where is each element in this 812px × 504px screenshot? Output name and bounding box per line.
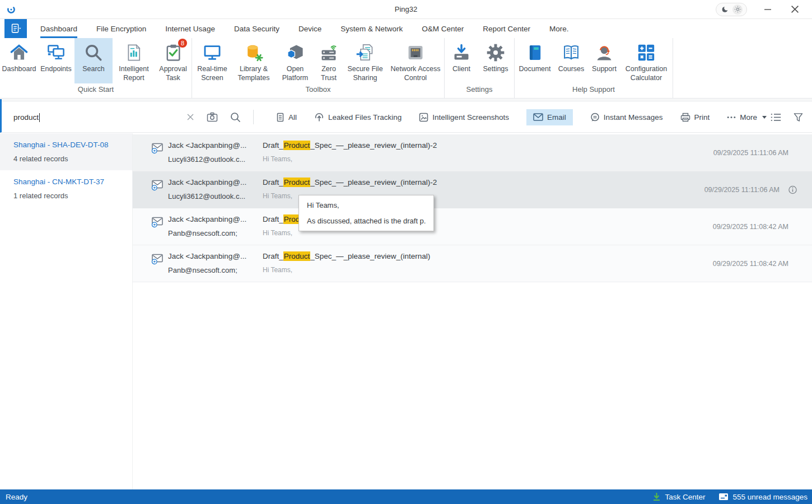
sent-mail-icon (151, 216, 164, 245)
tab-file-encryption[interactable]: File Encryption (96, 19, 146, 38)
monitors-icon (46, 42, 66, 63)
group-label-help-support: Help Support (515, 83, 672, 98)
status-bar: Ready Task Center 555 unread messages (0, 489, 812, 504)
email-row-3[interactable]: Jack <Jackpanbing@... Panb@nsecsoft.com;… (133, 208, 812, 245)
menu-bar: Dashboard File Encryption Internet Usage… (0, 19, 812, 38)
message-icon (718, 493, 729, 501)
ribbon-tabs: Dashboard File Encryption Internet Usage… (40, 19, 569, 38)
sidebar-item-device-2[interactable]: Shanghai - CN-MKT-DT-37 1 related record… (0, 170, 132, 207)
tab-device[interactable]: Device (298, 19, 321, 38)
filter-email[interactable]: Email (526, 109, 573, 125)
calculator-icon (637, 42, 656, 63)
email-recipient: Lucyli3612@outlook.c... (168, 192, 251, 200)
info-icon[interactable] (788, 186, 797, 194)
filter-funnel-icon[interactable] (794, 113, 803, 122)
group-label-quick-start: Quick Start (1, 83, 191, 98)
email-sender: Jack <Jackpanbing@... (168, 178, 251, 186)
ribbon-search-button[interactable]: Search (74, 38, 113, 83)
search-term-highlight: Product (283, 251, 311, 261)
app-menu-button[interactable] (4, 19, 27, 38)
search-icon[interactable] (230, 112, 241, 123)
tab-internet-usage[interactable]: Internet Usage (165, 19, 215, 38)
email-row-2[interactable]: Jack <Jackpanbing@... Lucyli3612@outlook… (133, 171, 812, 208)
filter-instant-messages[interactable]: Instant Messages (590, 113, 663, 122)
tab-om-center[interactable]: O&M Center (422, 19, 464, 38)
tab-more[interactable]: More. (549, 19, 569, 38)
email-row-1[interactable]: Jack <Jackpanbing@... Lucyli3612@outlook… (133, 134, 812, 171)
filter-leaked-files-tracking[interactable]: Leaked Files Tracking (314, 112, 402, 122)
ribbon-secure-file-sharing-button[interactable]: Secure File Sharing (343, 38, 388, 83)
chevron-down-icon (762, 116, 767, 119)
ribbon-settings-button[interactable]: Settings (478, 38, 514, 83)
ribbon-group-settings: Client Settings Settings (445, 38, 515, 98)
ribbon-realtime-screen-button[interactable]: Real-time Screen (193, 38, 232, 83)
search-toolbar: product All Leaked Files Tracking (0, 102, 812, 133)
view-controls (771, 113, 812, 122)
email-sender: Jack <Jackpanbing@... (168, 141, 251, 150)
gear-icon (486, 42, 505, 63)
tab-system-network[interactable]: System & Network (340, 19, 403, 38)
clear-search-icon[interactable] (186, 113, 194, 121)
email-recipient: Lucyli3612@outlook.c... (168, 155, 251, 164)
camera-search-icon[interactable] (207, 112, 218, 122)
tab-data-security[interactable]: Data Security (234, 19, 279, 38)
server-wifi-icon (319, 42, 338, 63)
documents-arrow-icon (356, 42, 375, 63)
window-title: Ping32 (0, 5, 812, 13)
printer-icon (680, 113, 690, 122)
report-document-icon (124, 42, 143, 63)
filter-more[interactable]: More (727, 113, 767, 122)
search-term-highlight: Product (283, 141, 311, 150)
detail-list-icon[interactable] (771, 113, 781, 122)
ribbon-dashboard-button[interactable]: Dashboard (1, 38, 38, 83)
ribbon-group-help-support: Document Courses Support (515, 38, 673, 98)
ribbon-zero-trust-button[interactable]: Zero Trust (315, 38, 343, 83)
ribbon: Dashboard Endpoints Search (0, 38, 812, 99)
cube-hexagon-icon (286, 42, 305, 63)
email-recipient: Panb@nsecsoft.com; (168, 229, 251, 237)
ribbon-support-button[interactable]: Support (588, 38, 620, 83)
approval-task-badge: 8 (178, 39, 187, 48)
ribbon-client-button[interactable]: Client (445, 38, 478, 83)
tooltip-line-2: As discussed, attached is the draft p... (307, 217, 426, 225)
screenshot-image-icon (419, 113, 428, 122)
filter-print[interactable]: Print (680, 113, 710, 122)
status-ready: Ready (6, 493, 27, 501)
ribbon-network-access-control-button[interactable]: Network Access Control (388, 38, 444, 83)
tab-dashboard[interactable]: Dashboard (40, 19, 77, 38)
content-area: Shanghai - SHA-DEV-DT-08 4 related recor… (0, 133, 812, 489)
results-sidebar: Shanghai - SHA-DEV-DT-08 4 related recor… (0, 133, 133, 489)
email-timestamp: 09/29/2025 11:11:06 AM (713, 149, 788, 157)
ribbon-intelligent-report-button[interactable]: Intelligent Report (113, 38, 155, 83)
task-center-button[interactable]: Task Center (652, 492, 705, 501)
ribbon-open-platform-button[interactable]: Open Platform (276, 38, 315, 83)
ribbon-approval-task-button[interactable]: 8 Approval Task (155, 38, 191, 83)
app-window: Ping32 Dashboard File Encryp (0, 0, 812, 504)
search-large-icon (84, 42, 103, 63)
sent-mail-icon (151, 253, 164, 282)
divider (253, 110, 254, 124)
unread-messages-button[interactable]: 555 unread messages (718, 493, 808, 501)
sent-mail-icon (151, 179, 164, 208)
text-caret (39, 113, 40, 122)
email-timestamp: 09/29/2025 11:08:42 AM (713, 223, 788, 231)
ribbon-configuration-calculator-button[interactable]: Configuration Calculator (620, 38, 672, 83)
tooltip-line-1: Hi Teams, (307, 201, 426, 209)
ribbon-document-button[interactable]: Document (515, 38, 554, 83)
search-input[interactable]: product (13, 112, 241, 123)
ribbon-group-toolbox: Real-time Screen Library & Templates Ope… (192, 38, 445, 98)
sidebar-item-device-1[interactable]: Shanghai - SHA-DEV-DT-08 4 related recor… (0, 133, 132, 170)
ribbon-library-templates-button[interactable]: Library & Templates (232, 38, 276, 83)
email-row-4[interactable]: Jack <Jackpanbing@... Panb@nsecsoft.com;… (133, 245, 812, 282)
document-lines-icon (276, 113, 284, 122)
monitor-icon (203, 42, 222, 63)
filter-intelligent-screenshots[interactable]: Intelligent Screenshots (419, 113, 509, 122)
ribbon-endpoints-button[interactable]: Endpoints (38, 38, 74, 83)
email-timestamp: 09/29/2025 11:11:06 AM (704, 186, 780, 194)
filter-all[interactable]: All (276, 113, 297, 122)
client-download-icon (452, 42, 471, 63)
email-recipient: Panb@nsecsoft.com; (168, 266, 251, 274)
tab-report-center[interactable]: Report Center (483, 19, 530, 38)
result-filters: All Leaked Files Tracking Intelligent Sc… (276, 109, 767, 125)
ribbon-courses-button[interactable]: Courses (554, 38, 588, 83)
